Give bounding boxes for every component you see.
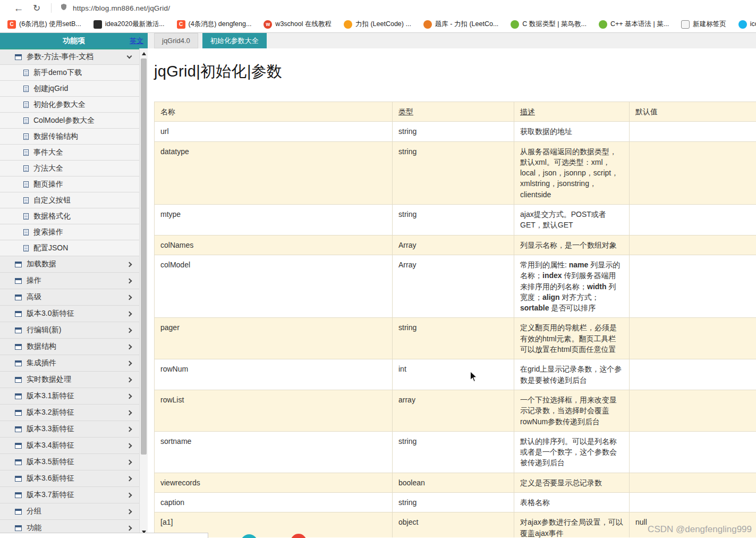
sidebar-item[interactable]: 搜索操作	[0, 224, 139, 240]
horizontal-scrollbar[interactable]	[0, 533, 208, 538]
sidebar-group[interactable]: 版本3.0新特征	[0, 306, 139, 322]
document-icon	[23, 197, 29, 204]
window-icon	[15, 262, 22, 267]
sidebar-group[interactable]: 版本3.7新特征	[0, 487, 139, 503]
table-row: rowListarray一个下拉选择框，用来改变显示记录数，当选择时会覆盖row…	[155, 390, 756, 431]
column-header[interactable]: 描述	[514, 102, 630, 122]
param-type-cell: object	[393, 512, 514, 537]
param-desc-cell: 定义是否要显示总记录数	[514, 473, 630, 492]
sidebar-group[interactable]: 加载数据	[0, 256, 139, 273]
sidebar-item[interactable]: ColModel参数大全	[0, 113, 139, 129]
sidebar: 功能项 英文 参数-方法-事件-文档新手demo下载创建jqGrid初始化参数大…	[0, 33, 148, 537]
sidebar-group[interactable]: 版本3.1新特征	[0, 388, 139, 405]
content: jqGrid|初始化|参数 名称类型描述默认值urlstring获取数据的地址d…	[148, 48, 756, 537]
document-icon	[23, 102, 29, 108]
sidebar-item[interactable]: 方法大全	[0, 161, 139, 176]
sidebar-item[interactable]: 新手demo下载	[0, 65, 139, 81]
sidebar-item[interactable]: 自定义按钮	[0, 192, 139, 208]
table-row: captionstring表格名称	[155, 493, 756, 512]
table-row: mtypestringajax提交方式。POST或者GET，默认GET	[155, 205, 756, 236]
sidebar-group-label: 高级	[27, 292, 128, 302]
bookmark-item[interactable]: C 数据类型 | 菜鸟教...	[511, 20, 587, 29]
bookmark-item[interactable]: C(4条消息) dengfeng...	[177, 20, 252, 29]
table-row: urlstring获取数据的地址	[155, 122, 756, 141]
idea-icon	[94, 20, 102, 29]
url-text[interactable]: https://blog.mn886.net/jqGrid/	[73, 4, 170, 12]
sidebar-group-label: 版本3.0新特征	[27, 309, 128, 318]
bookmark-item[interactable]: C(6条消息) 使用setB...	[7, 20, 81, 29]
sidebar-group[interactable]: 集成插件	[0, 355, 139, 372]
sidebar-group[interactable]: 参数-方法-事件-文档	[0, 48, 139, 65]
document-icon	[23, 181, 29, 188]
param-type-cell: Array	[393, 235, 514, 255]
bookmark-item[interactable]: idea2020最新激活...	[94, 20, 165, 29]
csdn-icon: C	[7, 20, 16, 29]
column-header[interactable]: 类型	[393, 102, 514, 122]
sidebar-group[interactable]: 数据结构	[0, 339, 139, 355]
bookmark-item[interactable]: 题库 - 力扣 (LeetCo...	[423, 20, 498, 29]
scroll-up-icon[interactable]	[142, 52, 146, 55]
sidebar-item[interactable]: 数据传输结构	[0, 129, 139, 145]
tab-bar: jqGrid4.0初始化参数大全	[148, 33, 756, 48]
param-name-cell: datatype	[155, 141, 393, 204]
sidebar-item-label: 搜索操作	[33, 228, 133, 237]
sidebar-group[interactable]: 高级	[0, 289, 139, 306]
param-type-cell: boolean	[393, 473, 514, 492]
document-icon	[23, 149, 29, 156]
sidebar-group[interactable]: 版本3.3新特征	[0, 421, 139, 438]
sidebar-item[interactable]: 事件大全	[0, 145, 139, 161]
sidebar-group[interactable]: 行编辑(新)	[0, 322, 139, 339]
param-type-cell: string	[393, 318, 514, 359]
sidebar-item[interactable]: 初始化参数大全	[0, 97, 139, 113]
sidebar-title: 功能项	[63, 36, 85, 46]
sidebar-item-label: 事件大全	[33, 148, 133, 157]
chevron-right-icon	[127, 509, 132, 514]
sidebar-item-label: 方法大全	[33, 164, 133, 173]
bookmark-item[interactable]: 力扣 (LeetCode) ...	[344, 20, 411, 29]
chevron-right-icon	[127, 459, 132, 465]
sidebar-item[interactable]: 翻页操作	[0, 176, 139, 192]
sidebar-group[interactable]: 版本3.4新特征	[0, 438, 139, 454]
bookmark-item[interactable]: ww3school 在线教程	[264, 20, 332, 29]
sidebar-item-label: 创建jqGrid	[33, 84, 133, 94]
bookmark-item[interactable]: 新建标签页	[681, 20, 726, 29]
refresh-icon[interactable]: ↻	[28, 4, 46, 13]
scrollbar-thumb[interactable]	[141, 58, 147, 455]
security-icon[interactable]	[57, 3, 71, 13]
sidebar-group[interactable]: 操作	[0, 273, 139, 289]
chevron-right-icon	[127, 311, 132, 316]
param-name-cell: pager	[155, 318, 393, 359]
tab-active[interactable]: 初始化参数大全	[202, 33, 267, 48]
param-default-cell	[630, 255, 756, 317]
sidebar-group[interactable]: 版本3.6新特征	[0, 470, 139, 487]
sidebar-item[interactable]: 创建jqGrid	[0, 81, 139, 97]
browser-chrome: ← ↻ https://blog.mn886.net/jqGrid/ C(6条消…	[0, 0, 756, 33]
sidebar-group-label: 集成插件	[27, 358, 128, 368]
sidebar-group[interactable]: 实时数据处理	[0, 372, 139, 388]
sidebar-item[interactable]: 数据格式化	[0, 208, 139, 224]
divider	[51, 3, 52, 13]
window-icon	[15, 327, 22, 333]
sidebar-menu: 参数-方法-事件-文档新手demo下载创建jqGrid初始化参数大全ColMod…	[0, 48, 139, 537]
sidebar-scrollbar[interactable]	[139, 48, 148, 537]
bookmark-label: (4条消息) dengfeng...	[189, 20, 252, 29]
window-icon	[15, 278, 22, 284]
bookmark-item[interactable]: C++ 基本语法 | 菜...	[599, 20, 669, 29]
mouse-cursor	[470, 371, 478, 383]
sidebar-item[interactable]: 配置JSON	[0, 240, 139, 256]
sidebar-group[interactable]: 分组	[0, 503, 139, 520]
window-icon	[15, 54, 22, 60]
english-link[interactable]: 英文	[130, 36, 143, 46]
tab-item[interactable]: jqGrid4.0	[154, 33, 198, 48]
param-type-cell: Array	[393, 255, 514, 317]
sidebar-group[interactable]: 版本3.2新特征	[0, 405, 139, 421]
sidebar-item-label: 翻页操作	[33, 180, 133, 189]
newtab-icon	[681, 20, 690, 29]
chevron-right-icon	[127, 443, 132, 448]
bookmark-item[interactable]: iconfont-阿里巴巴	[738, 20, 756, 29]
back-icon[interactable]: ←	[10, 3, 28, 13]
window-icon	[15, 492, 22, 498]
address-bar-row: ← ↻ https://blog.mn886.net/jqGrid/	[0, 0, 756, 16]
sidebar-group[interactable]: 版本3.5新特征	[0, 454, 139, 470]
param-desc-cell: 常用到的属性: name 列显示的名称；index 传到服务器端用来排序用的列名…	[514, 255, 630, 317]
